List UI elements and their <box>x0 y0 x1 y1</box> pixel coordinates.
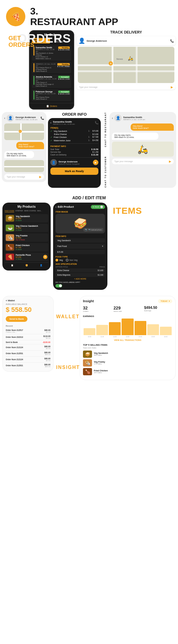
chat-input-row[interactable]: Type your message ▶ <box>4 174 44 180</box>
fast-food-tab[interactable]: FAST FOOD <box>5 210 14 212</box>
chat-phone-icon[interactable]: 📞 <box>40 117 44 120</box>
app-icon: 🍕 <box>6 7 25 26</box>
ep-nonveg-label: Non Veg <box>69 259 78 261</box>
payment-row: Service fee $ 1.50 <box>50 151 98 153</box>
transaction-earn: $68.50 <box>44 354 50 355</box>
insight-title: Insight <box>83 299 94 303</box>
oi-sub-item: Extra Cheese <box>50 133 67 135</box>
transaction-info: Sent to Bank <box>6 341 18 343</box>
ep-nonveg-radio[interactable]: Non Veg <box>66 259 78 261</box>
transaction-row[interactable]: Order Num 212531 $80.00 $68.50 <box>6 351 50 357</box>
product-item[interactable]: 🍕 Farmville Pizza $ 5.50 In Stock + <box>5 253 48 261</box>
transaction-row[interactable]: Order Num 212124 $80.00 $6.50 <box>6 344 50 351</box>
cash-label: Cash on Delivery <box>50 154 66 156</box>
bar-label: 13:00 <box>122 336 133 338</box>
ep-img-area[interactable]: 🥪 📷 📷 Upload photo <box>56 214 105 233</box>
ep-add-more-btn[interactable]: + ADD MORE <box>56 278 105 280</box>
transaction-row[interactable]: Order Num 232313 $110.00 $6.50 <box>6 334 50 340</box>
main-course-tab[interactable]: MAIN COURSE <box>24 210 36 212</box>
transaction-id: Order Num 212521 <box>6 364 23 367</box>
back-icon[interactable]: ‹ <box>112 117 113 120</box>
product-item[interactable]: 🥗 Veg Cheese Sandwich $ 3.50 In Stock <box>5 224 48 232</box>
transaction-id: Order Num 232313 <box>6 336 23 338</box>
order-items: Chilly Sauce x1Farmville Pizza Large x1G… <box>36 82 57 87</box>
top-item: 🥪 Veg Sandwich 688 Sales <box>83 351 172 358</box>
top-item-info: Veg Franky 179 Sales <box>94 361 105 365</box>
product-name: Veg Frankie <box>16 235 47 237</box>
insight-phone: Insight TODAY ▾ 32 Orders 229 Items sold… <box>80 296 176 380</box>
product-name: Veg Sandwich <box>16 215 47 217</box>
order-item[interactable]: Jessica Amanda AB503497 | 22 Jun, 11:20 … <box>32 75 71 88</box>
transaction-row[interactable]: Order Num 212124 $80.00 $6.50 <box>6 357 50 363</box>
des-tab[interactable]: DES... <box>37 210 42 212</box>
transaction-amounts: $80.00 $6.50 <box>44 345 50 349</box>
ga-phone-icon[interactable]: 📞 <box>170 39 174 43</box>
top-item-info: Fried Chicken 164 Sales <box>94 370 108 373</box>
transaction-row[interactable]: Order Num 212521 $80.00 $68.50 <box>6 363 50 368</box>
small-pin: A <box>19 130 22 133</box>
oi-item-check: ✓ Watermelon Juice <box>50 139 71 142</box>
order-badge: Accepted <box>58 91 70 93</box>
ep-toggle[interactable] <box>56 284 62 287</box>
back-arrow[interactable]: ‹ <box>4 117 5 120</box>
nav-orders[interactable]: 📋 Orders <box>46 105 57 107</box>
chat-customer-header: ‹ 👤 Samantha Smith AB55872 | 2 Jun, 11:3… <box>112 114 174 122</box>
product-item[interactable]: 🥪 Veg Sandwich $ 5.00 In Stock <box>5 214 48 223</box>
ep-item-name-field[interactable]: Veg Sandwich <box>56 238 105 243</box>
ep-title-row: ‹ Edit Product <box>56 205 74 209</box>
oi-qty: 1 <box>88 136 90 139</box>
transaction-info: Order Num 232313 <box>6 336 23 338</box>
ga-avatar: 👤 <box>78 37 85 44</box>
bar-16 <box>160 327 172 335</box>
product-item[interactable]: 🌯 Veg Frankie $ 4.00 Out of Stock <box>5 233 48 242</box>
transaction-amount: $80.00 <box>44 329 50 331</box>
ep-upload-btn[interactable]: 📷 📷 Upload photo <box>83 228 103 232</box>
nav-account[interactable]: 👤 <box>40 264 43 267</box>
nav-orders[interactable]: 📋 <box>11 264 14 267</box>
oi-top: ‹ Samantha Smith AB55872 | 2 Jun, 11:35 … <box>50 120 98 125</box>
ep-price-field[interactable]: $ 5.00 <box>56 250 105 254</box>
top-item-info: Veg Sandwich 688 Sales <box>94 352 108 356</box>
customer-chat-input[interactable]: Type your message ▶ <box>112 159 174 164</box>
send-btn-icon[interactable]: ▶ <box>39 175 42 178</box>
bar-label: 10:00 <box>84 336 95 338</box>
starter-tab[interactable]: STARTER <box>15 210 23 212</box>
ep-back[interactable]: ‹ <box>56 205 56 209</box>
navigate-icon[interactable]: ▶ <box>93 160 98 165</box>
ep-spec-row[interactable]: Extra Mayones $ 2.00 <box>56 273 105 277</box>
oi-phone-icon[interactable]: 📞 <box>95 121 98 124</box>
order-item[interactable]: Samantha Smith AB55872 | 2 Jun, 11:35 am… <box>32 45 71 61</box>
chat-input-placeholder[interactable]: Type your message <box>79 86 171 88</box>
transaction-row[interactable]: Sent to Bank -$100.00 <box>6 340 50 344</box>
send-to-bank-btn[interactable]: Send to Bank <box>6 316 27 322</box>
chat-user-info: George Anderson AB55872 | 2 Jun, 11:35 a… <box>15 116 37 120</box>
insight-period-selector[interactable]: TODAY ▾ <box>158 299 172 303</box>
ep-category-field[interactable]: Fast Food ▾ <box>56 244 105 249</box>
chat-input-text[interactable]: Type your message <box>7 176 39 178</box>
ep-spec-title: Extra Cheese <box>57 269 69 271</box>
transaction-row[interactable]: Order Num 212517 3 Items | Jun ... $80.0… <box>6 328 50 334</box>
top-item-sales: 688 Sales <box>94 354 108 356</box>
ep-status-badge[interactable]: In Stock ⚪ <box>91 205 105 209</box>
oi-back[interactable]: ‹ <box>50 121 51 124</box>
chat-input-area[interactable]: Type your message ▶ <box>77 85 176 90</box>
ep-veg-radio[interactable]: Veg <box>56 259 63 261</box>
view-all-btn[interactable]: VIEW ALL TRANSACTIONS <box>83 339 172 341</box>
bar-11 <box>96 325 108 335</box>
ep-title: Edit Product <box>58 205 74 208</box>
customer-send-icon[interactable]: ▶ <box>169 160 171 163</box>
send-icon[interactable]: ▶ <box>171 85 173 89</box>
insight-header: Insight TODAY ▾ <box>83 299 172 303</box>
customer-input-text[interactable]: Type your message <box>114 160 169 162</box>
mark-ready-btn[interactable]: Mark as Ready <box>50 168 98 175</box>
add-item-btn[interactable]: + <box>43 255 47 259</box>
ep-spec-row[interactable]: Extra Cheese $ 3.00 <box>56 268 105 272</box>
product-item[interactable]: 🍗 Fried Chicken $ 7.00 In Stock <box>5 243 48 252</box>
order-items: Veg Cheese PizzaGarlic Bread x1 <box>36 96 57 100</box>
nav-products[interactable]: 🍔 <box>25 264 28 267</box>
transaction-amounts: $80.00 $68.50 <box>44 364 50 367</box>
order-item[interactable]: AB99014 | 22 Jun, 11:20 am Veg Cheese Pi… <box>32 62 71 73</box>
product-img: 🍕 <box>6 254 14 260</box>
order-item[interactable]: Peterson George AB50001 | 22 Jun, 11:20 … <box>32 89 71 101</box>
delivery-map: Newa A 🛵 <box>78 47 174 83</box>
